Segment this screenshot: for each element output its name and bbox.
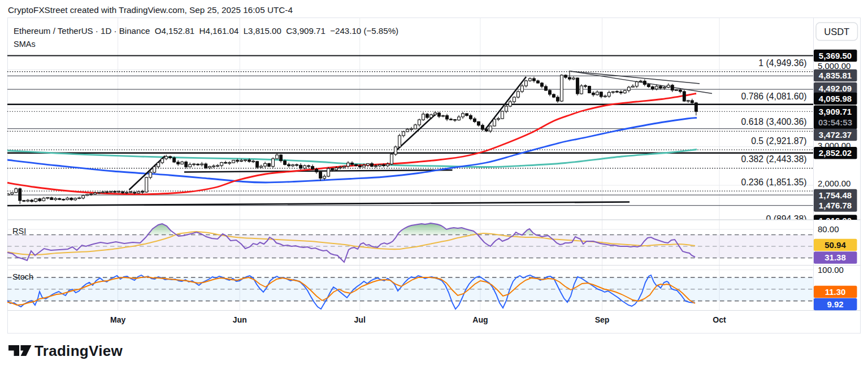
svg-text:TradingView: TradingView	[34, 342, 123, 359]
svg-text:5,369.50: 5,369.50	[819, 51, 852, 60]
svg-text:31.38: 31.38	[824, 253, 846, 262]
svg-text:100.00: 100.00	[818, 265, 844, 275]
svg-text:4,095.98: 4,095.98	[819, 94, 852, 103]
svg-text:9.92: 9.92	[827, 299, 843, 309]
svg-text:4,492.09: 4,492.09	[819, 84, 852, 93]
svg-text:0.236 (1,851.35): 0.236 (1,851.35)	[741, 177, 807, 187]
svg-text:11.30: 11.30	[825, 287, 846, 297]
svg-text:CryptoFXStreet created with Tr: CryptoFXStreet created with TradingView.…	[8, 5, 293, 15]
svg-text:3,472.37: 3,472.37	[819, 130, 852, 140]
svg-text:1 (4,949.36): 1 (4,949.36)	[758, 58, 806, 68]
svg-text:1,476.78: 1,476.78	[819, 201, 852, 210]
svg-text:0.618 (3,400.36): 0.618 (3,400.36)	[741, 117, 807, 127]
svg-text:1,754.48: 1,754.48	[819, 190, 852, 200]
svg-text:0.5 (2,921.87): 0.5 (2,921.87)	[751, 136, 806, 146]
svg-text:0.382 (2,443.38): 0.382 (2,443.38)	[741, 154, 807, 164]
svg-text:5,000.00: 5,000.00	[818, 61, 850, 71]
svg-text:2,000.00: 2,000.00	[818, 179, 850, 188]
svg-text:Jun: Jun	[233, 315, 247, 324]
svg-text:Stoch: Stoch	[12, 272, 33, 281]
svg-text:4,835.81: 4,835.81	[819, 71, 852, 80]
svg-text:Oct: Oct	[713, 315, 726, 324]
svg-text:USDT: USDT	[824, 27, 849, 37]
svg-text:80.00: 80.00	[818, 224, 839, 234]
svg-text:2,852.02: 2,852.02	[819, 148, 852, 158]
svg-text:0.786 (4,081.60): 0.786 (4,081.60)	[741, 92, 807, 101]
svg-text:SMAs: SMAs	[14, 40, 36, 49]
svg-text:Ethereum / TetherUS · 1D · Bin: Ethereum / TetherUS · 1D · Binance O4,15…	[14, 26, 398, 36]
svg-text:Aug: Aug	[472, 315, 488, 324]
svg-text:50.94: 50.94	[824, 240, 846, 250]
svg-text:Jul: Jul	[354, 315, 366, 324]
svg-text:Sep: Sep	[595, 315, 610, 324]
svg-text:RSI: RSI	[12, 227, 26, 236]
svg-text:3,909.71: 3,909.71	[819, 107, 852, 116]
svg-text:May: May	[110, 315, 125, 324]
svg-text:03:54:53: 03:54:53	[818, 118, 852, 127]
